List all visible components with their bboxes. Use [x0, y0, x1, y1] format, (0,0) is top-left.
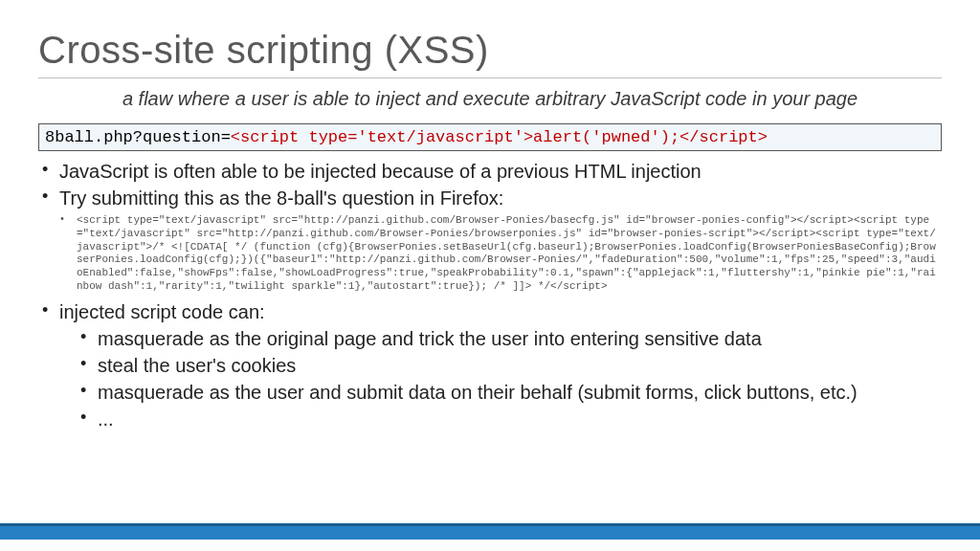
sub-bullet-item: masquerade as the original page and tric…: [98, 326, 942, 351]
code-example-box: 8ball.php?question=<script type='text/ja…: [38, 123, 942, 151]
title-divider: [38, 77, 942, 78]
code-payload: <script type='text/javascript'>alert('pw…: [231, 128, 768, 146]
slide-subtitle: a flaw where a user is able to inject an…: [38, 88, 942, 110]
bullet-item: JavaScript is often able to be injected …: [59, 159, 942, 184]
bullet-text: injected script code can:: [59, 301, 265, 322]
code-prefix: 8ball.php?question=: [45, 128, 231, 146]
bullet-list: JavaScript is often able to be injected …: [38, 159, 942, 210]
bullet-item: Try submitting this as the 8-ball's ques…: [59, 186, 942, 210]
sub-bullet-item: steal the user's cookies: [98, 353, 942, 378]
slide-title: Cross-site scripting (XSS): [38, 29, 942, 72]
slide: Cross-site scripting (XSS) a flaw where …: [0, 0, 980, 551]
bullet-item: injected script code can: masquerade as …: [59, 299, 942, 431]
sub-bullet-list: masquerade as the original page and tric…: [59, 326, 942, 431]
sub-bullet-item: masquerade as the user and submit data o…: [98, 380, 942, 405]
bullet-list-2: injected script code can: masquerade as …: [38, 299, 942, 431]
code-snippet-long: <script type="text/javascript" src="http…: [38, 212, 942, 299]
footer-bar: [0, 526, 980, 540]
sub-bullet-item: ...: [98, 407, 942, 431]
